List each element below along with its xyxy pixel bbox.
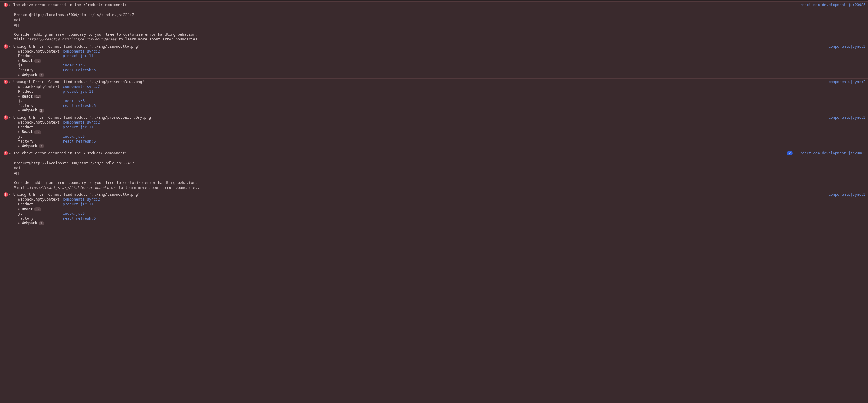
source-link[interactable]: react refresh:6 xyxy=(63,216,95,221)
source-link[interactable]: index.js:6 xyxy=(63,134,85,139)
error-body: Product@http://localhost:3000/static/js/… xyxy=(14,7,866,42)
frame-count-badge: 3 xyxy=(39,144,44,148)
chevron-right-icon[interactable]: ▶ xyxy=(9,193,12,196)
chevron-right-icon[interactable]: ▶ xyxy=(9,152,12,155)
stack-trace: webpackEmptyContextcomponents|sync:2Prod… xyxy=(18,120,866,148)
stack-group-react[interactable]: ▶React17 xyxy=(18,59,866,63)
console-error-entry: !▶Uncaught Error: Cannot find module '..… xyxy=(0,191,868,227)
frame-count-badge: 17 xyxy=(34,95,41,99)
doc-link[interactable]: https://reactjs.org/link/error-boundarie… xyxy=(27,37,116,41)
error-message: The above error occurred in the <Product… xyxy=(13,151,787,156)
stack-frame-product: Productproduct.jsx:11 xyxy=(18,90,866,94)
chevron-right-icon: ▶ xyxy=(18,144,21,148)
stack-frame-product: Productproduct.jsx:11 xyxy=(18,125,866,130)
chevron-right-icon[interactable]: ▶ xyxy=(9,80,12,84)
source-link[interactable]: components|sync:2 xyxy=(824,44,866,49)
source-link[interactable]: product.jsx:11 xyxy=(63,54,93,59)
stack-frame-webpackemptycontext: webpackEmptyContextcomponents|sync:2 xyxy=(18,120,866,125)
chevron-right-icon: ▶ xyxy=(18,109,21,112)
source-link[interactable]: components|sync:2 xyxy=(63,120,100,125)
source-link[interactable]: components|sync:2 xyxy=(824,115,866,120)
source-link[interactable]: components|sync:2 xyxy=(63,49,100,54)
source-link[interactable]: react refresh:6 xyxy=(63,104,95,108)
error-message: The above error occurred in the <Product… xyxy=(13,2,795,7)
chevron-right-icon[interactable]: ▶ xyxy=(9,45,12,48)
chevron-right-icon: ▶ xyxy=(18,207,21,211)
stack-frame-factory: factoryreact refresh:6 xyxy=(18,68,866,73)
chevron-right-icon[interactable]: ▶ xyxy=(9,3,12,7)
stack-group-webpack[interactable]: ▶Webpack3 xyxy=(18,108,866,113)
source-link[interactable]: components|sync:2 xyxy=(63,85,100,90)
stack-group-webpack[interactable]: ▶Webpack3 xyxy=(18,221,866,226)
chevron-right-icon[interactable]: ▶ xyxy=(9,116,12,119)
frame-count-badge: 3 xyxy=(39,109,44,113)
error-message: Uncaught Error: Cannot find module '../i… xyxy=(13,79,824,84)
console-error-entry: !▶The above error occurred in the <Produ… xyxy=(0,1,868,43)
source-link[interactable]: product.jsx:11 xyxy=(63,202,93,207)
error-icon: ! xyxy=(4,151,8,155)
frame-count-badge: 3 xyxy=(39,73,44,77)
stack-frame-webpackemptycontext: webpackEmptyContextcomponents|sync:2 xyxy=(18,85,866,90)
chevron-right-icon: ▶ xyxy=(18,130,21,134)
source-link[interactable]: react-dom.development.js:20085 xyxy=(795,2,866,7)
stack-group-webpack[interactable]: ▶Webpack3 xyxy=(18,73,866,78)
source-link[interactable]: components|sync:2 xyxy=(824,79,866,84)
source-link[interactable]: components|sync:2 xyxy=(63,197,100,202)
stack-trace: webpackEmptyContextcomponents|sync:2Prod… xyxy=(18,49,866,78)
stack-frame-js: jsindex.js:6 xyxy=(18,134,866,139)
source-link[interactable]: index.js:6 xyxy=(63,63,85,68)
stack-group-react[interactable]: ▶React17 xyxy=(18,130,866,134)
source-link[interactable]: react-dom.development.js:20085 xyxy=(795,151,866,156)
repeat-count-badge: 2 xyxy=(787,151,793,155)
stack-frame-js: jsindex.js:6 xyxy=(18,99,866,104)
chevron-right-icon: ▶ xyxy=(18,222,21,225)
stack-frame-factory: factoryreact refresh:6 xyxy=(18,139,866,144)
stack-frame-product: Productproduct.jsx:11 xyxy=(18,202,866,207)
source-link[interactable]: product.jsx:11 xyxy=(63,90,93,94)
source-link[interactable]: components|sync:2 xyxy=(824,192,866,197)
console-error-entry: !▶Uncaught Error: Cannot find module '..… xyxy=(0,78,868,114)
stack-frame-webpackemptycontext: webpackEmptyContextcomponents|sync:2 xyxy=(18,197,866,202)
stack-frame-factory: factoryreact refresh:6 xyxy=(18,104,866,108)
source-link[interactable]: index.js:6 xyxy=(63,211,85,216)
source-link[interactable]: react refresh:6 xyxy=(63,139,95,144)
error-icon: ! xyxy=(4,80,8,84)
stack-trace: webpackEmptyContextcomponents|sync:2Prod… xyxy=(18,85,866,113)
error-icon: ! xyxy=(4,115,8,120)
error-body: Product@http://localhost:3000/static/js/… xyxy=(14,156,866,190)
error-icon: ! xyxy=(4,3,8,7)
error-message: Uncaught Error: Cannot find module '../i… xyxy=(13,192,824,197)
stack-frame-js: jsindex.js:6 xyxy=(18,63,866,68)
frame-count-badge: 17 xyxy=(34,59,41,63)
error-icon: ! xyxy=(4,193,8,197)
error-message: Uncaught Error: Cannot find module '../i… xyxy=(13,44,824,49)
chevron-right-icon: ▶ xyxy=(18,59,21,63)
stack-group-webpack[interactable]: ▶Webpack3 xyxy=(18,144,866,148)
frame-count-badge: 3 xyxy=(39,222,44,225)
chevron-right-icon: ▶ xyxy=(18,73,21,77)
doc-link[interactable]: https://reactjs.org/link/error-boundarie… xyxy=(27,186,116,190)
console-error-entry: !▶Uncaught Error: Cannot find module '..… xyxy=(0,43,868,78)
frame-count-badge: 17 xyxy=(34,207,41,211)
stack-frame-js: jsindex.js:6 xyxy=(18,211,866,216)
error-icon: ! xyxy=(4,44,8,48)
source-link[interactable]: index.js:6 xyxy=(63,99,85,104)
stack-frame-webpackemptycontext: webpackEmptyContextcomponents|sync:2 xyxy=(18,49,866,54)
console-error-entry: !▶The above error occurred in the <Produ… xyxy=(0,149,868,191)
source-link[interactable]: react refresh:6 xyxy=(63,68,95,73)
stack-trace: webpackEmptyContextcomponents|sync:2Prod… xyxy=(18,197,866,226)
stack-frame-factory: factoryreact refresh:6 xyxy=(18,216,866,221)
source-link[interactable]: product.jsx:11 xyxy=(63,125,93,130)
console-error-entry: !▶Uncaught Error: Cannot find module '..… xyxy=(0,114,868,149)
error-message: Uncaught Error: Cannot find module '../i… xyxy=(13,115,824,120)
stack-group-react[interactable]: ▶React17 xyxy=(18,94,866,99)
stack-group-react[interactable]: ▶React17 xyxy=(18,207,866,212)
chevron-right-icon: ▶ xyxy=(18,95,21,99)
stack-frame-product: Productproduct.jsx:11 xyxy=(18,54,866,59)
frame-count-badge: 17 xyxy=(34,130,41,134)
